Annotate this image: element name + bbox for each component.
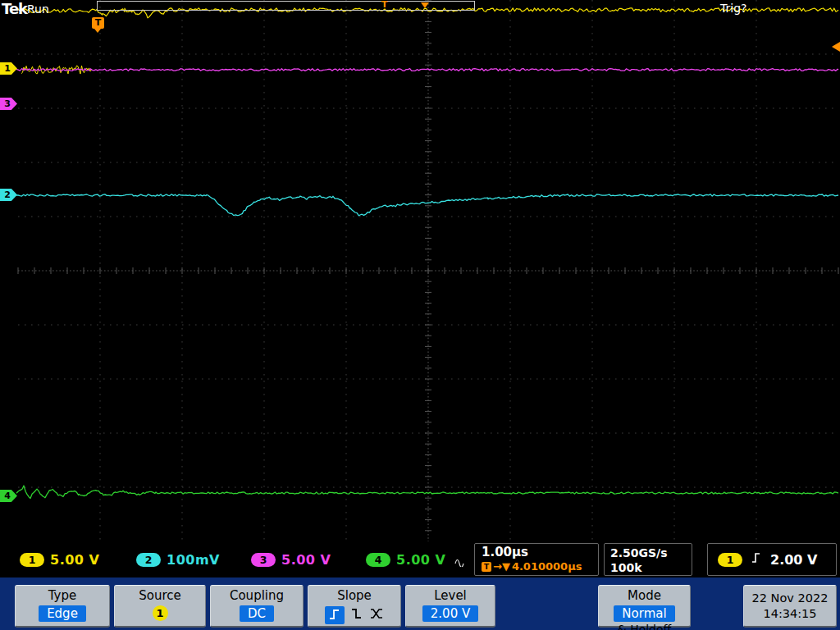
acquisition-status: Run	[27, 2, 49, 16]
slope-button[interactable]: Slope	[308, 585, 401, 628]
ch3-readout: 3 5.00 V	[251, 552, 331, 568]
level-label: Level	[406, 588, 495, 603]
ch2-readout: 2 100mV	[136, 552, 220, 568]
ch3-scale: 5.00 V	[281, 552, 331, 568]
trigger-source-badge: 1	[718, 553, 742, 567]
ch1-scale: 5.00 V	[50, 552, 99, 568]
ch4-badge: 4	[366, 553, 390, 567]
slope-options	[308, 606, 400, 624]
ch1-badge: 1	[20, 553, 44, 567]
trigger-readout: 1 2.00 V	[707, 543, 837, 576]
ch3-trace	[16, 69, 838, 71]
trigger-position-marker[interactable]: T	[92, 17, 104, 29]
menu-bar: Type Edge Source 1 Coupling DC Slope	[0, 578, 840, 630]
rising-slope-icon	[325, 606, 345, 624]
channel-4-position-marker[interactable]: 4	[0, 490, 17, 502]
coupling-value: DC	[240, 605, 274, 622]
ch2-scale: 100mV	[167, 552, 220, 568]
record-trigger-marker: T	[381, 0, 388, 10]
mode-button[interactable]: Mode Normal & Holdoff	[598, 585, 691, 628]
ch1-readout: 1 5.00 V	[20, 552, 99, 568]
waveform-indicator-icon	[454, 555, 466, 570]
channel-2-position-marker[interactable]: 2	[0, 189, 17, 201]
horizontal-readout: 1.00µs T →▼ 4.010000µs	[474, 543, 599, 576]
channel-3-position-marker[interactable]: 3	[0, 98, 17, 110]
falling-slope-icon	[350, 607, 363, 623]
acquisition-readout: 2.50GS/s 100k points	[604, 543, 692, 576]
type-button[interactable]: Type Edge	[15, 585, 110, 628]
readout-bar: 1 5.00 V 2 100mV 3 5.00 V 4 5.00 V 1.00µ…	[0, 541, 840, 578]
trigger-status: Trig?	[720, 2, 746, 15]
timebase-scale: 1.00µs	[482, 545, 591, 559]
record-position-icon	[421, 2, 429, 8]
coupling-button[interactable]: Coupling DC	[210, 585, 304, 628]
mode-holdoff: & Holdoff	[599, 623, 690, 630]
trigger-level-arrow-icon[interactable]	[832, 42, 840, 52]
datetime-box: 22 Nov 2022 14:34:15	[743, 585, 837, 628]
source-button[interactable]: Source 1	[114, 585, 206, 628]
graticule	[0, 0, 840, 541]
date-text: 22 Nov 2022	[744, 591, 836, 606]
trigger-level-value: 2.00 V	[770, 552, 817, 568]
source-label: Source	[115, 588, 205, 603]
slope-label: Slope	[308, 588, 400, 603]
source-channel-badge: 1	[153, 605, 168, 621]
horizontal-delay: T →▼ 4.010000µs	[482, 560, 591, 573]
ch2-trace	[16, 194, 838, 216]
level-value: 2.00 V	[422, 605, 478, 622]
ch4-scale: 5.00 V	[396, 552, 445, 568]
ch3-badge: 3	[251, 553, 276, 567]
mode-label: Mode	[599, 588, 690, 603]
type-label: Type	[16, 588, 109, 603]
sample-rate: 2.50GS/s	[610, 546, 686, 560]
ch4-trace	[16, 486, 838, 499]
ch2-badge: 2	[136, 553, 161, 567]
delay-arrows-icon: →▼	[493, 560, 510, 573]
ch1-burst	[21, 66, 92, 74]
mode-value: Normal	[614, 605, 674, 622]
trigger-slope-icon	[751, 551, 762, 568]
ch4-readout: 4 5.00 V	[366, 552, 445, 568]
oscilloscope-screen: Tek Run Trig? T T 1 5.00 V 2 100mV 3 5.0…	[0, 0, 840, 630]
tek-logo: Tek	[2, 0, 27, 17]
time-text: 14:34:15	[744, 606, 836, 622]
channel-1-position-marker[interactable]: 1	[0, 62, 17, 75]
either-slope-icon	[369, 607, 384, 623]
trigger-t-icon: T	[482, 562, 491, 572]
level-button[interactable]: Level 2.00 V	[405, 585, 495, 628]
coupling-label: Coupling	[211, 588, 303, 603]
record-view-bar: T	[97, 1, 475, 11]
delay-value: 4.010000µs	[512, 560, 582, 573]
type-value: Edge	[39, 605, 86, 622]
